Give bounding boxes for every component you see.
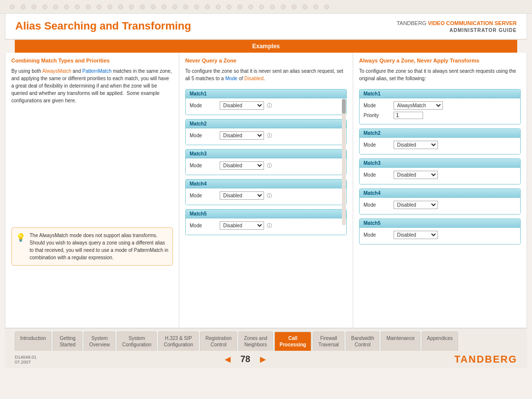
tab-zones-neighbors[interactable]: Zones andNeighbors	[238, 332, 272, 351]
col3-match4-mode-select[interactable]: Disabled	[394, 201, 438, 209]
page-footer: D14049.01 07.2007 ◄ 78 ► TANDBERG	[5, 351, 527, 368]
binding-hole	[216, 4, 221, 9]
col3-match1-section: Match1 Mode AlwaysMatch Priority	[359, 89, 521, 124]
match5-mode-row: Mode Disabled ⓘ	[190, 221, 342, 230]
binding-hole	[292, 4, 297, 9]
match1-header: Match1	[186, 90, 346, 98]
col3-match5-body: Mode Disabled	[360, 228, 520, 244]
col2-title: Never Query a Zone	[185, 58, 347, 63]
footer-nav: ◄ 78 ►	[223, 354, 268, 365]
match5-section: Match5 Mode Disabled ⓘ	[185, 209, 347, 235]
footer-doc-info: D14049.01 07.2007	[15, 355, 36, 365]
alwaysmatch-ref1: AlwaysMatch	[42, 68, 71, 74]
binding-hole	[64, 4, 69, 9]
match5-mode-select[interactable]: Disabled	[220, 221, 264, 230]
col3-mode-label-1: Mode	[364, 103, 391, 108]
col3-match3-mode-select[interactable]: Disabled	[394, 171, 438, 179]
binding-hole	[183, 4, 188, 9]
nav-tabs: Introduction GettingStarted SystemOvervi…	[5, 329, 527, 351]
match1-body: Mode Disabled ⓘ	[186, 98, 346, 115]
tab-system-configuration[interactable]: SystemConfiguration	[117, 332, 157, 351]
disabled-ref: Disabled	[244, 76, 264, 81]
col3-match4-body: Mode Disabled	[360, 198, 520, 214]
col1-text: By using both AlwaysMatch and PatternMat…	[11, 67, 173, 104]
col3-priority-input[interactable]	[394, 112, 423, 119]
tab-call-processing[interactable]: CallProcessing	[274, 332, 312, 351]
info-icon-3[interactable]: ⓘ	[267, 162, 272, 169]
scrollbar-track	[342, 99, 346, 225]
tab-appendices[interactable]: Appendices	[422, 332, 458, 351]
info-icon-4[interactable]: ⓘ	[267, 192, 272, 199]
col3-match4-section: Match4 Mode Disabled	[359, 188, 521, 215]
match5-body: Mode Disabled ⓘ	[186, 218, 346, 235]
binding-hole	[75, 4, 80, 9]
binding-hole	[302, 4, 307, 9]
brand-highlight: VIDEO COMMUNICATION SERVER	[428, 20, 517, 26]
tab-system-overview[interactable]: SystemOverview	[84, 332, 115, 351]
match4-body: Mode Disabled ⓘ	[186, 188, 346, 205]
mode-label: Mode	[190, 103, 217, 108]
mode-label-5: Mode	[190, 223, 217, 228]
col3-match2-mode-select[interactable]: Disabled	[394, 141, 438, 149]
binding-hole	[140, 4, 145, 9]
match2-mode-select[interactable]: Disabled	[220, 131, 264, 140]
match4-mode-row: Mode Disabled ⓘ	[190, 191, 342, 200]
brand-name: TANDBERG VIDEO COMMUNICATION SERVER	[397, 20, 517, 27]
tab-maintenance[interactable]: Maintenance	[381, 332, 420, 351]
col3-match3-section: Match3 Mode Disabled	[359, 158, 521, 184]
bottom-nav: Introduction GettingStarted SystemOvervi…	[5, 328, 527, 368]
col3-match4-mode-row: Mode Disabled	[364, 201, 516, 209]
match3-section: Match3 Mode Disabled ⓘ	[185, 149, 347, 175]
info-icon-1[interactable]: ⓘ	[267, 102, 272, 109]
brand-info: TANDBERG VIDEO COMMUNICATION SERVER ADMI…	[397, 20, 517, 34]
tab-getting-started[interactable]: GettingStarted	[53, 332, 82, 351]
match4-mode-select[interactable]: Disabled	[220, 191, 264, 200]
examples-banner: Examples	[15, 40, 517, 53]
binding-hole	[32, 4, 36, 9]
col3-match2-section: Match2 Mode Disabled	[359, 128, 521, 154]
binding-hole	[107, 4, 112, 9]
match1-mode-row: Mode Disabled ⓘ	[190, 101, 342, 110]
col3-match4-header: Match4	[360, 189, 520, 198]
binding-hole	[313, 4, 318, 9]
binding-hole	[324, 4, 329, 9]
match5-header: Match5	[186, 210, 346, 218]
col3-match5-mode-select[interactable]: Disabled	[394, 231, 438, 239]
match2-body: Mode Disabled ⓘ	[186, 128, 346, 145]
footer-brand: TANDBERG	[454, 354, 517, 365]
tab-firewall-traversal[interactable]: FirewallTraversal	[313, 332, 344, 351]
info-icon-5[interactable]: ⓘ	[267, 222, 272, 229]
tab-introduction[interactable]: Introduction	[15, 332, 51, 351]
doc-id: D14049.01	[15, 355, 36, 360]
scrollbar-thumb[interactable]	[342, 99, 346, 114]
tab-h323-sip[interactable]: H.323 & SIPConfiguration	[158, 332, 198, 351]
col3-match1-header: Match1	[360, 90, 520, 98]
col3-mode-label-2: Mode	[364, 142, 391, 148]
note-text: The AlwaysMatch mode does not support al…	[30, 232, 168, 261]
tab-registration-control[interactable]: RegistrationControl	[200, 332, 237, 351]
match3-body: Mode Disabled ⓘ	[186, 158, 346, 175]
col3-mode-label-4: Mode	[364, 202, 391, 208]
binding-hole	[97, 4, 101, 9]
col3-match1-mode-select[interactable]: AlwaysMatch	[394, 101, 443, 110]
col1-title: Combining Match Types and Priorities	[11, 58, 173, 63]
col2-intro: To configure the zone so that it is neve…	[185, 67, 347, 82]
binding-hole	[118, 4, 123, 9]
match3-mode-select[interactable]: Disabled	[220, 161, 264, 170]
page-title: Alias Searching and Transforming	[15, 20, 191, 32]
match3-header: Match3	[186, 150, 346, 158]
match4-header: Match4	[186, 180, 346, 188]
col3-priority-label: Priority	[364, 113, 391, 118]
match1-mode-select[interactable]: Disabled	[220, 101, 264, 110]
next-page-button[interactable]: ►	[258, 354, 268, 365]
info-icon-2[interactable]: ⓘ	[267, 132, 272, 139]
note-box: 💡 The AlwaysMatch mode does not support …	[11, 227, 173, 266]
bulb-icon: 💡	[16, 233, 26, 242]
mode-ref: Mode	[225, 76, 237, 81]
prev-page-button[interactable]: ◄	[223, 354, 233, 365]
match4-section: Match4 Mode Disabled ⓘ	[185, 179, 347, 205]
binding-hole	[270, 4, 275, 9]
col3-match3-mode-row: Mode Disabled	[364, 171, 516, 179]
tab-bandwidth-control[interactable]: BandwidthControl	[346, 332, 380, 351]
binding-hole	[151, 4, 156, 9]
